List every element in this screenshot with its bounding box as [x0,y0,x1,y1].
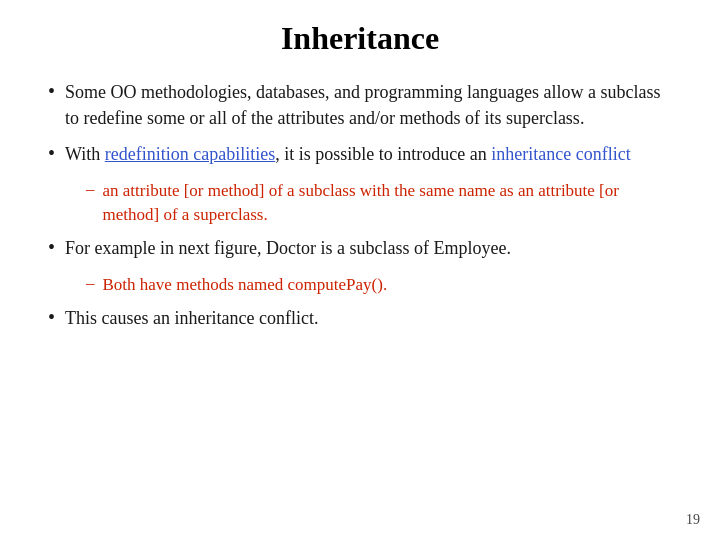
content: • Some OO methodologies, databases, and … [48,79,672,510]
sub-bullet-2: – Both have methods named computePay(). [86,273,672,297]
bullet2-middle: , it is possible to introduce an [275,144,491,164]
bullet-text-4: This causes an inheritance conflict. [65,305,318,331]
sub-bullet-1: – an attribute [or method] of a subclass… [86,179,672,227]
bullet-text-2: With redefinition capabilities, it is po… [65,141,631,167]
bullet2-link1: redefinition capabilities [105,144,275,164]
bullet-text-1: Some OO methodologies, databases, and pr… [65,79,672,131]
sub-dash-2: – [86,273,95,293]
bullet2-before: With [65,144,105,164]
bullet-item-1: • Some OO methodologies, databases, and … [48,79,672,131]
sub-text-2: Both have methods named computePay(). [103,273,388,297]
sub-text-1: an attribute [or method] of a subclass w… [103,179,673,227]
bullet-item-2: • With redefinition capabilities, it is … [48,141,672,167]
bullet-dot-2: • [48,142,55,165]
bullet-dot-3: • [48,236,55,259]
bullet2-link2: inheritance conflict [491,144,630,164]
bullet-item-3: • For example in next figure, Doctor is … [48,235,672,261]
slide: Inheritance • Some OO methodologies, dat… [0,0,720,540]
bullet-item-4: • This causes an inheritance conflict. [48,305,672,331]
bullet-dot-1: • [48,80,55,103]
slide-title: Inheritance [48,20,672,57]
sub-dash-1: – [86,179,95,199]
page-number: 19 [686,512,700,528]
bullet-text-3: For example in next figure, Doctor is a … [65,235,511,261]
bullet-dot-4: • [48,306,55,329]
